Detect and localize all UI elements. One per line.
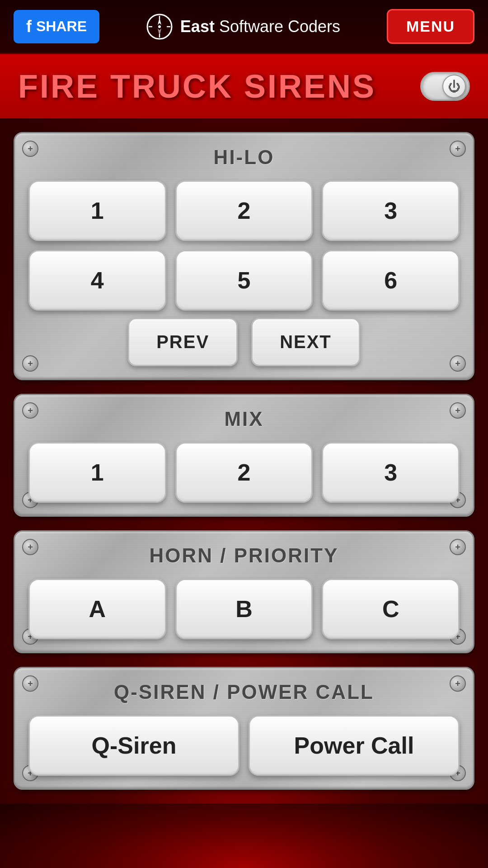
mix-button-grid: 1 2 3	[28, 442, 460, 503]
screw-tl	[22, 539, 38, 555]
mix-panel: MIX 1 2 3	[14, 394, 474, 517]
mix-btn-2[interactable]: 2	[175, 442, 313, 503]
mix-title: MIX	[28, 408, 460, 430]
share-button[interactable]: f SHARE	[14, 10, 99, 43]
hilo-title: HI-LO	[28, 146, 460, 169]
screw-tr	[450, 539, 466, 555]
brand-text: East Software Coders	[180, 17, 340, 36]
power-call-button[interactable]: Power Call	[249, 715, 460, 776]
facebook-icon: f	[26, 17, 32, 36]
brand-rest: Software Coders	[215, 17, 340, 36]
svg-marker-7	[158, 28, 161, 36]
hilo-btn-5[interactable]: 5	[175, 250, 313, 311]
hilo-btn-1[interactable]: 1	[28, 180, 166, 241]
share-label: SHARE	[36, 18, 87, 35]
q-siren-button[interactable]: Q-Siren	[28, 715, 239, 776]
hilo-btn-3[interactable]: 3	[322, 180, 460, 241]
screw-tl	[22, 402, 38, 419]
screw-tl	[22, 675, 38, 692]
svg-point-1	[158, 25, 161, 28]
screw-tl	[22, 141, 38, 157]
horn-btn-a[interactable]: A	[28, 579, 166, 639]
hilo-button-grid: 1 2 3 4 5 6	[28, 180, 460, 311]
app-title: FIRE TRUCK SIRENS	[18, 68, 376, 105]
q-siren-button-grid: Q-Siren Power Call	[28, 715, 460, 776]
screw-br	[450, 355, 466, 372]
hilo-btn-2[interactable]: 2	[175, 180, 313, 241]
hilo-btn-6[interactable]: 6	[322, 250, 460, 311]
power-knob: ⏻	[442, 75, 466, 98]
header: f SHARE East Software Coders MENU	[0, 0, 488, 54]
menu-label: MENU	[406, 18, 455, 35]
screw-bl	[22, 355, 38, 372]
compass-icon	[146, 13, 173, 40]
q-siren-title: Q-SIREN / POWER CALL	[28, 681, 460, 703]
horn-priority-panel: HORN / PRIORITY A B C	[14, 530, 474, 653]
hilo-panel: HI-LO 1 2 3 4 5 6 PREV NEXT	[14, 132, 474, 380]
screw-tr	[450, 675, 466, 692]
horn-priority-title: HORN / PRIORITY	[28, 544, 460, 567]
mix-btn-3[interactable]: 3	[322, 442, 460, 503]
horn-priority-button-grid: A B C	[28, 579, 460, 639]
q-siren-panel: Q-SIREN / POWER CALL Q-Siren Power Call	[14, 667, 474, 790]
svg-marker-6	[158, 18, 161, 25]
mix-btn-1[interactable]: 1	[28, 442, 166, 503]
screw-tr	[450, 402, 466, 419]
main-content: HI-LO 1 2 3 4 5 6 PREV NEXT MIX 1 2 3	[0, 118, 488, 803]
menu-button[interactable]: MENU	[387, 9, 474, 44]
screw-tr	[450, 141, 466, 157]
horn-btn-b[interactable]: B	[175, 579, 313, 639]
bottom-glow	[0, 803, 488, 868]
horn-btn-c[interactable]: C	[322, 579, 460, 639]
power-toggle[interactable]: ⏻	[420, 72, 470, 101]
hilo-nav-row: PREV NEXT	[28, 318, 460, 366]
next-button[interactable]: NEXT	[251, 318, 360, 366]
hilo-btn-4[interactable]: 4	[28, 250, 166, 311]
power-icon: ⏻	[448, 79, 460, 94]
prev-button[interactable]: PREV	[128, 318, 238, 366]
title-bar: FIRE TRUCK SIRENS ⏻	[0, 54, 488, 118]
brand: East Software Coders	[146, 13, 340, 40]
brand-bold: East	[180, 17, 215, 36]
